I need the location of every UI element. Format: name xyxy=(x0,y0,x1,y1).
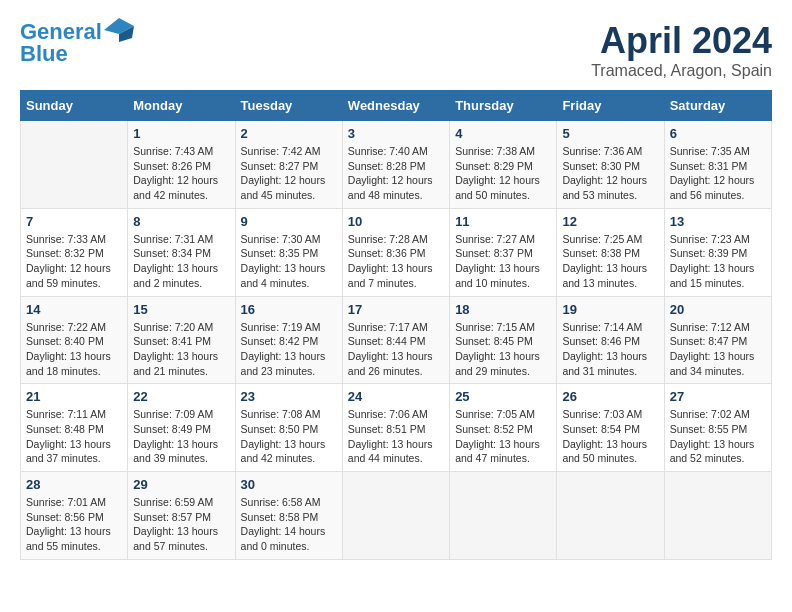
week-row-3: 14Sunrise: 7:22 AMSunset: 8:40 PMDayligh… xyxy=(21,296,772,384)
day-info: Sunrise: 7:03 AMSunset: 8:54 PMDaylight:… xyxy=(562,407,658,466)
day-info: Sunrise: 6:59 AMSunset: 8:57 PMDaylight:… xyxy=(133,495,229,554)
day-info: Sunrise: 7:30 AMSunset: 8:35 PMDaylight:… xyxy=(241,232,337,291)
day-number: 4 xyxy=(455,126,551,141)
week-row-5: 28Sunrise: 7:01 AMSunset: 8:56 PMDayligh… xyxy=(21,472,772,560)
calendar-cell: 28Sunrise: 7:01 AMSunset: 8:56 PMDayligh… xyxy=(21,472,128,560)
day-info: Sunrise: 7:25 AMSunset: 8:38 PMDaylight:… xyxy=(562,232,658,291)
calendar-cell: 4Sunrise: 7:38 AMSunset: 8:29 PMDaylight… xyxy=(450,121,557,209)
calendar-cell: 17Sunrise: 7:17 AMSunset: 8:44 PMDayligh… xyxy=(342,296,449,384)
day-number: 25 xyxy=(455,389,551,404)
calendar-cell: 12Sunrise: 7:25 AMSunset: 8:38 PMDayligh… xyxy=(557,208,664,296)
day-info: Sunrise: 7:15 AMSunset: 8:45 PMDaylight:… xyxy=(455,320,551,379)
day-number: 5 xyxy=(562,126,658,141)
calendar-cell: 9Sunrise: 7:30 AMSunset: 8:35 PMDaylight… xyxy=(235,208,342,296)
day-number: 8 xyxy=(133,214,229,229)
day-info: Sunrise: 7:38 AMSunset: 8:29 PMDaylight:… xyxy=(455,144,551,203)
day-number: 26 xyxy=(562,389,658,404)
day-info: Sunrise: 6:58 AMSunset: 8:58 PMDaylight:… xyxy=(241,495,337,554)
day-info: Sunrise: 7:31 AMSunset: 8:34 PMDaylight:… xyxy=(133,232,229,291)
calendar-cell: 14Sunrise: 7:22 AMSunset: 8:40 PMDayligh… xyxy=(21,296,128,384)
logo-bird-icon xyxy=(104,18,134,42)
day-number: 1 xyxy=(133,126,229,141)
calendar-cell: 3Sunrise: 7:40 AMSunset: 8:28 PMDaylight… xyxy=(342,121,449,209)
day-info: Sunrise: 7:02 AMSunset: 8:55 PMDaylight:… xyxy=(670,407,766,466)
day-number: 13 xyxy=(670,214,766,229)
day-info: Sunrise: 7:05 AMSunset: 8:52 PMDaylight:… xyxy=(455,407,551,466)
day-number: 3 xyxy=(348,126,444,141)
calendar-cell: 29Sunrise: 6:59 AMSunset: 8:57 PMDayligh… xyxy=(128,472,235,560)
calendar-header: SundayMondayTuesdayWednesdayThursdayFrid… xyxy=(21,91,772,121)
calendar-cell xyxy=(21,121,128,209)
day-info: Sunrise: 7:08 AMSunset: 8:50 PMDaylight:… xyxy=(241,407,337,466)
day-info: Sunrise: 7:28 AMSunset: 8:36 PMDaylight:… xyxy=(348,232,444,291)
day-number: 20 xyxy=(670,302,766,317)
day-info: Sunrise: 7:40 AMSunset: 8:28 PMDaylight:… xyxy=(348,144,444,203)
week-row-2: 7Sunrise: 7:33 AMSunset: 8:32 PMDaylight… xyxy=(21,208,772,296)
weekday-header-sunday: Sunday xyxy=(21,91,128,121)
day-info: Sunrise: 7:11 AMSunset: 8:48 PMDaylight:… xyxy=(26,407,122,466)
day-info: Sunrise: 7:19 AMSunset: 8:42 PMDaylight:… xyxy=(241,320,337,379)
day-info: Sunrise: 7:33 AMSunset: 8:32 PMDaylight:… xyxy=(26,232,122,291)
weekday-header-row: SundayMondayTuesdayWednesdayThursdayFrid… xyxy=(21,91,772,121)
day-number: 29 xyxy=(133,477,229,492)
calendar-cell: 20Sunrise: 7:12 AMSunset: 8:47 PMDayligh… xyxy=(664,296,771,384)
weekday-header-wednesday: Wednesday xyxy=(342,91,449,121)
calendar-cell: 25Sunrise: 7:05 AMSunset: 8:52 PMDayligh… xyxy=(450,384,557,472)
calendar-cell xyxy=(557,472,664,560)
day-info: Sunrise: 7:43 AMSunset: 8:26 PMDaylight:… xyxy=(133,144,229,203)
day-info: Sunrise: 7:35 AMSunset: 8:31 PMDaylight:… xyxy=(670,144,766,203)
day-number: 21 xyxy=(26,389,122,404)
calendar-cell: 18Sunrise: 7:15 AMSunset: 8:45 PMDayligh… xyxy=(450,296,557,384)
weekday-header-monday: Monday xyxy=(128,91,235,121)
day-number: 10 xyxy=(348,214,444,229)
calendar-cell: 26Sunrise: 7:03 AMSunset: 8:54 PMDayligh… xyxy=(557,384,664,472)
month-year-title: April 2024 xyxy=(591,20,772,62)
calendar-cell xyxy=(664,472,771,560)
title-area: April 2024 Tramaced, Aragon, Spain xyxy=(591,20,772,80)
day-number: 9 xyxy=(241,214,337,229)
day-info: Sunrise: 7:23 AMSunset: 8:39 PMDaylight:… xyxy=(670,232,766,291)
day-number: 22 xyxy=(133,389,229,404)
calendar-cell: 7Sunrise: 7:33 AMSunset: 8:32 PMDaylight… xyxy=(21,208,128,296)
day-number: 16 xyxy=(241,302,337,317)
logo-blue-text: Blue xyxy=(20,42,134,66)
weekday-header-tuesday: Tuesday xyxy=(235,91,342,121)
calendar-cell xyxy=(342,472,449,560)
calendar-cell: 21Sunrise: 7:11 AMSunset: 8:48 PMDayligh… xyxy=(21,384,128,472)
calendar-cell: 5Sunrise: 7:36 AMSunset: 8:30 PMDaylight… xyxy=(557,121,664,209)
logo: General Blue xyxy=(20,20,134,66)
day-number: 30 xyxy=(241,477,337,492)
day-number: 11 xyxy=(455,214,551,229)
calendar-cell: 8Sunrise: 7:31 AMSunset: 8:34 PMDaylight… xyxy=(128,208,235,296)
day-number: 15 xyxy=(133,302,229,317)
day-info: Sunrise: 7:42 AMSunset: 8:27 PMDaylight:… xyxy=(241,144,337,203)
weekday-header-saturday: Saturday xyxy=(664,91,771,121)
week-row-1: 1Sunrise: 7:43 AMSunset: 8:26 PMDaylight… xyxy=(21,121,772,209)
day-number: 27 xyxy=(670,389,766,404)
calendar-cell: 11Sunrise: 7:27 AMSunset: 8:37 PMDayligh… xyxy=(450,208,557,296)
day-number: 12 xyxy=(562,214,658,229)
day-info: Sunrise: 7:06 AMSunset: 8:51 PMDaylight:… xyxy=(348,407,444,466)
calendar-cell: 15Sunrise: 7:20 AMSunset: 8:41 PMDayligh… xyxy=(128,296,235,384)
day-info: Sunrise: 7:09 AMSunset: 8:49 PMDaylight:… xyxy=(133,407,229,466)
calendar-cell: 6Sunrise: 7:35 AMSunset: 8:31 PMDaylight… xyxy=(664,121,771,209)
calendar-cell: 16Sunrise: 7:19 AMSunset: 8:42 PMDayligh… xyxy=(235,296,342,384)
calendar-cell: 13Sunrise: 7:23 AMSunset: 8:39 PMDayligh… xyxy=(664,208,771,296)
day-number: 28 xyxy=(26,477,122,492)
day-info: Sunrise: 7:14 AMSunset: 8:46 PMDaylight:… xyxy=(562,320,658,379)
day-number: 2 xyxy=(241,126,337,141)
day-number: 23 xyxy=(241,389,337,404)
day-info: Sunrise: 7:12 AMSunset: 8:47 PMDaylight:… xyxy=(670,320,766,379)
calendar-cell: 2Sunrise: 7:42 AMSunset: 8:27 PMDaylight… xyxy=(235,121,342,209)
weekday-header-thursday: Thursday xyxy=(450,91,557,121)
day-number: 14 xyxy=(26,302,122,317)
calendar-cell: 24Sunrise: 7:06 AMSunset: 8:51 PMDayligh… xyxy=(342,384,449,472)
location-subtitle: Tramaced, Aragon, Spain xyxy=(591,62,772,80)
day-number: 7 xyxy=(26,214,122,229)
day-info: Sunrise: 7:22 AMSunset: 8:40 PMDaylight:… xyxy=(26,320,122,379)
week-row-4: 21Sunrise: 7:11 AMSunset: 8:48 PMDayligh… xyxy=(21,384,772,472)
day-info: Sunrise: 7:20 AMSunset: 8:41 PMDaylight:… xyxy=(133,320,229,379)
calendar-cell xyxy=(450,472,557,560)
weekday-header-friday: Friday xyxy=(557,91,664,121)
calendar-table: SundayMondayTuesdayWednesdayThursdayFrid… xyxy=(20,90,772,560)
